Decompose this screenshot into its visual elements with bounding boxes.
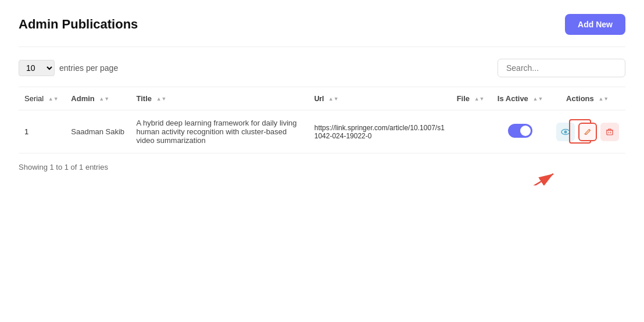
- entries-per-page-control: 10 25 50 100 entries per page: [19, 60, 118, 76]
- edit-icon: [584, 128, 592, 136]
- page-title: Admin Publications: [19, 17, 138, 32]
- row-admin: Saadman Sakib: [65, 110, 130, 153]
- entries-label: entries per page: [59, 63, 118, 73]
- add-new-button[interactable]: Add New: [565, 14, 625, 35]
- row-serial: 1: [19, 110, 65, 153]
- showing-entries-text: Showing 1 to 1 of 1 entries: [19, 163, 108, 171]
- row-url: https://link.springer.com/article/10.100…: [309, 110, 451, 153]
- entries-per-page-select[interactable]: 10 25 50 100: [19, 60, 55, 76]
- col-admin: Admin ▲▼: [65, 87, 130, 110]
- col-is-active: Is Active ▲▼: [491, 87, 549, 110]
- view-button[interactable]: [556, 123, 575, 141]
- row-is-active: [491, 110, 549, 153]
- table-header-row: Serial ▲▼ Admin ▲▼ Title ▲▼ Url ▲▼ File …: [19, 87, 625, 110]
- row-actions: [549, 110, 625, 153]
- publications-table: Serial ▲▼ Admin ▲▼ Title ▲▼ Url ▲▼ File …: [19, 87, 625, 153]
- col-url: Url ▲▼: [309, 87, 451, 110]
- col-file: File ▲▼: [451, 87, 491, 110]
- row-file: [451, 110, 491, 153]
- is-active-toggle[interactable]: [508, 124, 532, 138]
- eye-icon: [561, 127, 570, 137]
- col-serial: Serial ▲▼: [19, 87, 65, 110]
- svg-point-1: [564, 130, 567, 133]
- svg-rect-2: [607, 130, 613, 135]
- delete-icon: [606, 128, 614, 136]
- action-buttons-group: [555, 123, 620, 141]
- delete-button[interactable]: [600, 123, 619, 141]
- row-title: A hybrid deep learning framework for dai…: [131, 110, 309, 153]
- table-row: 1 Saadman Sakib A hybrid deep learning f…: [19, 110, 625, 153]
- col-title: Title ▲▼: [131, 87, 309, 110]
- search-input[interactable]: [498, 59, 625, 77]
- col-actions: Actions ▲▼: [549, 87, 625, 110]
- edit-button[interactable]: [578, 123, 597, 141]
